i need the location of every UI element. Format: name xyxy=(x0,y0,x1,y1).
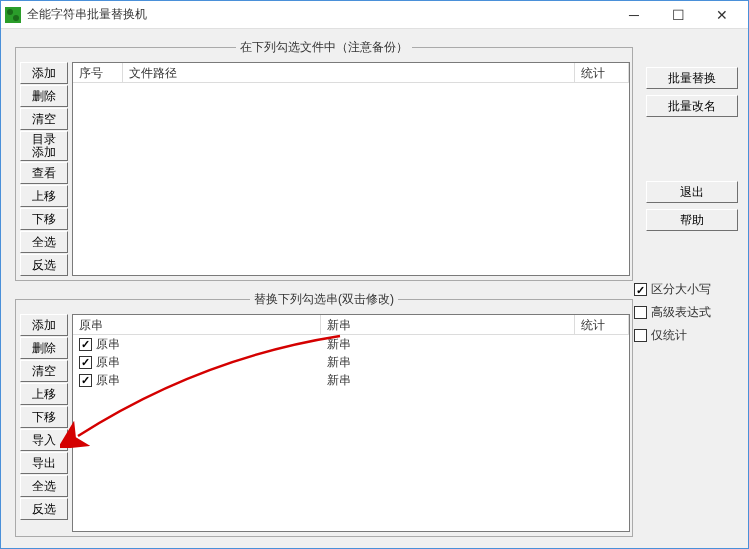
old-string-cell: 原串 xyxy=(96,336,120,353)
stat-only-checkbox[interactable] xyxy=(634,329,647,342)
strings-grid-body: 原串新串原串新串原串新串 xyxy=(73,335,629,389)
view-file-button[interactable]: 查看 xyxy=(20,162,68,184)
strings-col-stat[interactable]: 统计 xyxy=(575,315,629,334)
strings-col-new[interactable]: 新串 xyxy=(321,315,575,334)
titlebar: 全能字符串批量替换机 ─ ☐ ✕ xyxy=(1,1,748,29)
old-string-cell: 原串 xyxy=(96,372,120,389)
strings-panel-legend: 替换下列勾选串(双击修改) xyxy=(250,291,398,308)
advanced-expr-option[interactable]: 高级表达式 xyxy=(634,304,734,321)
table-row[interactable]: 原串新串 xyxy=(73,353,629,371)
files-panel-legend: 在下列勾选文件中（注意备份） xyxy=(236,39,412,56)
export-button[interactable]: 导出 xyxy=(20,452,68,474)
window-controls: ─ ☐ ✕ xyxy=(612,2,744,28)
clear-strings-button[interactable]: 清空 xyxy=(20,360,68,382)
move-down-file-button[interactable]: 下移 xyxy=(20,208,68,230)
app-icon xyxy=(5,7,21,23)
row-checkbox[interactable] xyxy=(79,338,92,351)
new-string-cell: 新串 xyxy=(321,354,575,371)
files-col-seq[interactable]: 序号 xyxy=(73,63,123,82)
close-button[interactable]: ✕ xyxy=(700,2,744,28)
window-title: 全能字符串批量替换机 xyxy=(27,6,612,23)
files-panel: 在下列勾选文件中（注意备份） 添加 删除 清空 目录 添加 查看 上移 下移 全… xyxy=(15,39,633,281)
stat-only-option[interactable]: 仅统计 xyxy=(634,327,734,344)
clear-files-button[interactable]: 清空 xyxy=(20,108,68,130)
delete-string-button[interactable]: 删除 xyxy=(20,337,68,359)
add-file-button[interactable]: 添加 xyxy=(20,62,68,84)
select-all-strings-button[interactable]: 全选 xyxy=(20,475,68,497)
advanced-expr-checkbox[interactable] xyxy=(634,306,647,319)
files-col-stat[interactable]: 统计 xyxy=(575,63,629,82)
main-area: 在下列勾选文件中（注意备份） 添加 删除 清空 目录 添加 查看 上移 下移 全… xyxy=(1,29,748,548)
files-col-path[interactable]: 文件路径 xyxy=(123,63,575,82)
row-checkbox[interactable] xyxy=(79,356,92,369)
actions-column: 批量替换 批量改名 退出 帮助 xyxy=(646,67,738,237)
move-up-string-button[interactable]: 上移 xyxy=(20,383,68,405)
strings-grid-header: 原串 新串 统计 xyxy=(73,315,629,335)
advanced-expr-label: 高级表达式 xyxy=(651,304,711,321)
files-button-column: 添加 删除 清空 目录 添加 查看 上移 下移 全选 反选 xyxy=(20,62,68,277)
new-string-cell: 新串 xyxy=(321,372,575,389)
move-up-file-button[interactable]: 上移 xyxy=(20,185,68,207)
exit-button[interactable]: 退出 xyxy=(646,181,738,203)
files-grid-header: 序号 文件路径 统计 xyxy=(73,63,629,83)
table-row[interactable]: 原串新串 xyxy=(73,335,629,353)
table-row[interactable]: 原串新串 xyxy=(73,371,629,389)
strings-button-column: 添加 删除 清空 上移 下移 导入 导出 全选 反选 xyxy=(20,314,68,521)
maximize-button[interactable]: ☐ xyxy=(656,2,700,28)
case-sensitive-label: 区分大小写 xyxy=(651,281,711,298)
minimize-button[interactable]: ─ xyxy=(612,2,656,28)
old-string-cell: 原串 xyxy=(96,354,120,371)
strings-panel: 替换下列勾选串(双击修改) 添加 删除 清空 上移 下移 导入 导出 全选 反选… xyxy=(15,291,633,537)
add-string-button[interactable]: 添加 xyxy=(20,314,68,336)
select-all-files-button[interactable]: 全选 xyxy=(20,231,68,253)
case-sensitive-option[interactable]: 区分大小写 xyxy=(634,281,734,298)
import-button[interactable]: 导入 xyxy=(20,429,68,451)
invert-select-files-button[interactable]: 反选 xyxy=(20,254,68,276)
strings-col-old[interactable]: 原串 xyxy=(73,315,321,334)
spacer xyxy=(646,123,738,181)
new-string-cell: 新串 xyxy=(321,336,575,353)
add-directory-button[interactable]: 目录 添加 xyxy=(20,131,68,161)
row-checkbox[interactable] xyxy=(79,374,92,387)
case-sensitive-checkbox[interactable] xyxy=(634,283,647,296)
stat-only-label: 仅统计 xyxy=(651,327,687,344)
files-grid[interactable]: 序号 文件路径 统计 xyxy=(72,62,630,276)
strings-grid[interactable]: 原串 新串 统计 原串新串原串新串原串新串 xyxy=(72,314,630,532)
invert-select-strings-button[interactable]: 反选 xyxy=(20,498,68,520)
batch-replace-button[interactable]: 批量替换 xyxy=(646,67,738,89)
help-button[interactable]: 帮助 xyxy=(646,209,738,231)
move-down-string-button[interactable]: 下移 xyxy=(20,406,68,428)
batch-rename-button[interactable]: 批量改名 xyxy=(646,95,738,117)
options: 区分大小写 高级表达式 仅统计 xyxy=(634,281,734,350)
delete-file-button[interactable]: 删除 xyxy=(20,85,68,107)
